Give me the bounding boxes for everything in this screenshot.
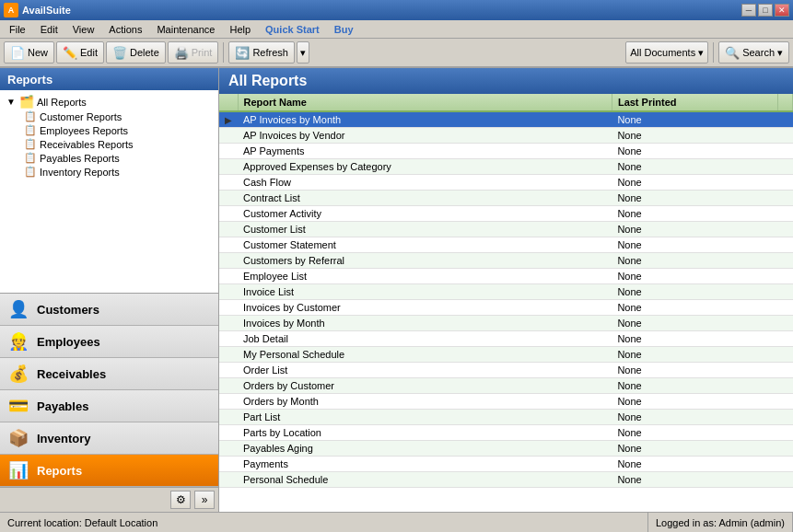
restore-button[interactable]: □ [758,4,773,17]
app-title: AvailSuite [22,5,741,16]
row-last-printed: None [612,457,777,472]
table-row[interactable]: Contract ListNone [219,191,793,206]
table-row[interactable]: Cash FlowNone [219,175,793,191]
minimize-button[interactable]: ─ [741,4,756,17]
nav-bottom: ⚙ » [0,487,218,512]
table-row[interactable]: Parts by LocationNone [219,425,793,441]
tree-item-inventory-reports[interactable]: 📋 Inventory Reports [22,165,215,179]
row-arrow [219,347,238,363]
menu-file[interactable]: File [2,22,33,37]
table-row[interactable]: Part ListNone [219,410,793,425]
row-report-name: Invoices by Month [238,316,612,331]
row-last-printed: None [612,128,777,144]
toolbar-separator-2 [713,42,714,63]
col-scroll [778,94,793,111]
tree-item-employees-reports[interactable]: 📋 Employees Reports [22,123,215,137]
tree-child-icon-5: 📋 [24,166,37,178]
table-row[interactable]: AP Invoices by VendorNone [219,128,793,144]
row-last-printed: None [612,331,777,347]
menu-buy[interactable]: Buy [327,22,361,37]
nav-area: 👤 Customers 👷 Employees 💰 Receivables 💳 … [0,293,218,487]
menu-actions[interactable]: Actions [101,22,149,37]
refresh-dropdown[interactable]: ▾ [297,41,309,64]
nav-more-button[interactable]: » [194,491,215,509]
table-row[interactable]: Approved Expenses by CategoryNone [219,159,793,175]
edit-button[interactable]: ✏️ Edit [56,41,104,64]
tree-root-all-reports[interactable]: ▼ 🗂️ All Reports [4,94,215,110]
tree-item-customer-reports[interactable]: 📋 Customer Reports [22,110,215,123]
nav-payables[interactable]: 💳 Payables [0,390,218,422]
row-last-printed: None [612,237,777,253]
nav-customers[interactable]: 👤 Customers [0,294,218,326]
row-last-printed: None [612,222,777,237]
close-button[interactable]: ✕ [775,4,789,17]
menu-edit[interactable]: Edit [33,22,65,37]
row-last-printed: None [612,394,777,410]
table-row[interactable]: Customer ActivityNone [219,206,793,222]
nav-reports[interactable]: 📊 Reports [0,455,218,487]
nav-inventory[interactable]: 📦 Inventory [0,422,218,455]
menu-help[interactable]: Help [222,22,258,37]
table-row[interactable]: Invoices by MonthNone [219,316,793,331]
content-header: All Reports [219,68,793,94]
tree-child-icon-2: 📋 [24,124,37,136]
row-arrow [219,284,238,300]
sidebar-header: Reports [0,68,218,90]
row-last-printed: None [612,472,777,488]
nav-employees[interactable]: 👷 Employees [0,326,218,358]
table-row[interactable]: Payables AgingNone [219,441,793,457]
row-report-name: AP Payments [238,144,612,159]
row-report-name: Job Detail [238,331,612,347]
row-arrow [219,394,238,410]
col-arrow [219,94,238,111]
reports-table: Report Name Last Printed ▶AP Invoices by… [219,94,793,488]
new-button[interactable]: 📄 New [4,41,54,64]
reports-icon: 📊 [7,459,29,481]
row-arrow [219,441,238,457]
nav-configure-button[interactable]: ⚙ [170,491,191,509]
row-arrow [219,175,238,191]
status-user: Logged in as: Admin (admin) [648,513,793,532]
table-row[interactable]: Orders by CustomerNone [219,378,793,394]
doc-type-dropdown[interactable]: All Documents ▾ [625,41,708,64]
table-row[interactable]: My Personal ScheduleNone [219,347,793,363]
table-row[interactable]: Job DetailNone [219,331,793,347]
refresh-button[interactable]: 🔄 Refresh [228,41,295,64]
row-arrow [219,253,238,269]
table-row[interactable]: Invoice ListNone [219,284,793,300]
table-row[interactable]: PaymentsNone [219,457,793,472]
row-report-name: Parts by Location [238,425,612,441]
reports-table-body: ▶AP Invoices by MonthNoneAP Invoices by … [219,111,793,488]
table-row[interactable]: Customer ListNone [219,222,793,237]
row-report-name: Customer List [238,222,612,237]
tree-item-payables-reports[interactable]: 📋 Payables Reports [22,151,215,165]
search-icon: 🔍 [725,45,740,60]
menu-view[interactable]: View [65,22,102,37]
row-arrow [219,300,238,316]
search-button[interactable]: 🔍 Search ▾ [718,41,789,64]
table-row[interactable]: Orders by MonthNone [219,394,793,410]
delete-button[interactable]: 🗑️ Delete [106,41,166,64]
row-report-name: Customer Activity [238,206,612,222]
print-button[interactable]: 🖨️ Print [168,41,219,64]
reports-table-container[interactable]: Report Name Last Printed ▶AP Invoices by… [219,94,793,512]
row-arrow [219,410,238,425]
table-row[interactable]: Order ListNone [219,363,793,378]
table-row[interactable]: Employee ListNone [219,269,793,284]
table-row[interactable]: Customers by ReferralNone [219,253,793,269]
row-report-name: Invoices by Customer [238,300,612,316]
table-row[interactable]: ▶AP Invoices by MonthNone [219,111,793,128]
row-last-printed: None [612,253,777,269]
row-report-name: Payments [238,457,612,472]
row-arrow [219,425,238,441]
table-row[interactable]: Personal ScheduleNone [219,472,793,488]
table-row[interactable]: Customer StatementNone [219,237,793,253]
content-area: All Reports Report Name Last Printed ▶AP… [219,68,793,512]
table-row[interactable]: Invoices by CustomerNone [219,300,793,316]
row-arrow [219,457,238,472]
table-row[interactable]: AP PaymentsNone [219,144,793,159]
menu-quickstart[interactable]: Quick Start [258,22,327,37]
tree-item-receivables-reports[interactable]: 📋 Receivables Reports [22,137,215,151]
menu-maintenance[interactable]: Maintenance [149,22,222,37]
nav-receivables[interactable]: 💰 Receivables [0,358,218,390]
